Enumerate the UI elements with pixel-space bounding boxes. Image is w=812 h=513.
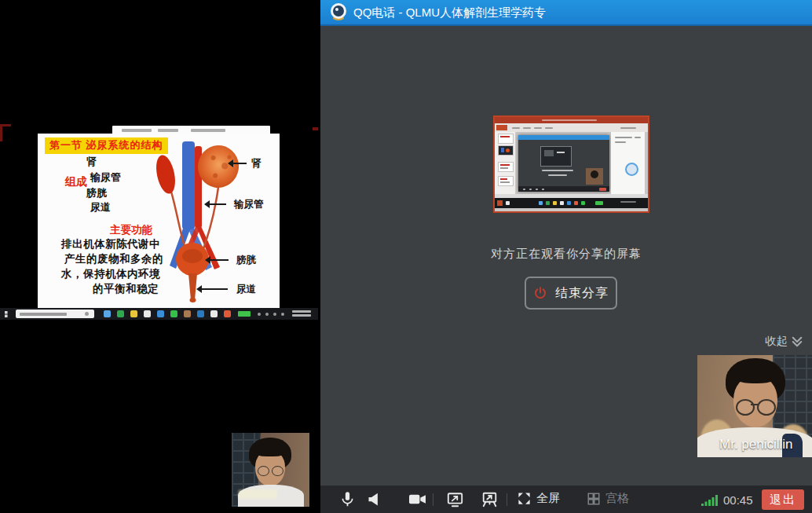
clock-blur	[292, 310, 311, 313]
compose-item: 输尿管	[90, 170, 121, 185]
shared-screen-panel: 第一节 泌尿系统的结构 组成 肾 输尿管 膀胱 尿道 主要功能 排出机体新陈代谢…	[0, 0, 318, 513]
diagram-label-ureter: 输尿管	[234, 198, 264, 211]
compose-item: 尿道	[90, 200, 111, 214]
call-timer: 00:45	[723, 493, 753, 507]
tray-icon	[265, 313, 269, 316]
power-icon	[533, 286, 547, 300]
glasses-lens	[757, 399, 776, 416]
collapse-label: 收起	[765, 334, 788, 349]
record-corner-mark	[0, 124, 11, 126]
share-bar-timer-blur	[158, 129, 178, 132]
speaker-icon[interactable]	[366, 491, 382, 508]
end-share-button[interactable]: 结束分享	[525, 277, 617, 310]
function-line: 的平衡和稳定	[93, 282, 159, 296]
collapse-control[interactable]: 收起	[765, 334, 804, 349]
taskbar-app-icon	[224, 310, 231, 317]
preview-ppt-titlebar	[495, 117, 648, 123]
taskbar-app-icon	[197, 310, 204, 317]
fullscreen-label: 全屏	[536, 491, 560, 506]
search-text-blur	[20, 313, 67, 316]
taskbar-search-box	[16, 310, 94, 318]
compose-item: 膀胱	[86, 186, 107, 200]
function-line: 排出机体新陈代谢中	[61, 237, 160, 251]
function-label: 主要功能	[110, 223, 152, 237]
toolbar-divider	[433, 493, 433, 506]
tray-icon	[258, 313, 261, 316]
preview-slide-panel	[495, 132, 516, 194]
slide-title: 第一节 泌尿系统的结构	[45, 137, 168, 154]
battery-indicator	[238, 311, 251, 317]
whiteboard-share-icon[interactable]	[481, 491, 499, 508]
screen-share-icon[interactable]	[446, 491, 464, 508]
remote-webcam: Mr. penicillin	[697, 355, 812, 457]
grid-icon	[587, 492, 601, 506]
callout-arrow-bladder	[207, 259, 229, 261]
diagram-label-urethra: 尿道	[236, 283, 256, 296]
taskbar-app-icon	[184, 310, 191, 317]
diagram-label-kidney: 肾	[251, 157, 262, 170]
taskbar-app-icon	[210, 310, 218, 317]
taskbar-app-icon	[104, 310, 111, 317]
screen: 第一节 泌尿系统的结构 组成 肾 输尿管 膀胱 尿道 主要功能 排出机体新陈代谢…	[0, 0, 812, 513]
taskbar-app-icon	[117, 310, 124, 317]
share-bar-button-blur	[191, 129, 225, 132]
taskbar-app-icon	[144, 310, 151, 317]
person-fringe	[254, 444, 287, 456]
glasses-lens	[736, 399, 755, 416]
exit-button[interactable]: 退出	[762, 489, 804, 510]
function-line: 产生的废物和多余的	[64, 252, 163, 266]
window-title: QQ电话 - QLMU人体解剖生理学药专	[353, 0, 546, 24]
start-button-icon	[5, 311, 11, 317]
share-preview-thumbnail	[493, 115, 649, 213]
shared-screen-taskbar	[0, 308, 318, 320]
tray-icon	[273, 313, 276, 316]
preview-qq-window	[518, 135, 609, 192]
fullscreen-button[interactable]: 全屏	[517, 491, 560, 506]
window-titlebar: QQ电话 - QLMU人体解剖生理学药专	[320, 0, 812, 26]
camera-icon[interactable]	[408, 491, 426, 508]
qq-call-window: QQ电话 - QLMU人体解剖生理学药专	[320, 0, 812, 513]
record-corner-mark	[0, 124, 2, 141]
signal-strength-icon	[701, 494, 719, 506]
preview-taskbar	[495, 198, 648, 208]
diagram-label-bladder: 膀胱	[236, 254, 256, 267]
qq-call-logo-icon	[330, 3, 347, 20]
callout-arrow-ureter	[206, 203, 226, 205]
taskbar-app-icon	[157, 310, 164, 317]
taskbar-app-icon	[170, 310, 177, 317]
glasses-lens	[272, 466, 283, 476]
chevron-double-down-icon	[790, 335, 804, 349]
fullscreen-icon	[517, 491, 532, 506]
presentation-slide: 第一节 泌尿系统的结构 组成 肾 输尿管 膀胱 尿道 主要功能 排出机体新陈代谢…	[38, 134, 280, 308]
clock-blur	[292, 314, 311, 317]
call-toolbar: 全屏 宫格 00:45 退出	[320, 486, 812, 513]
preview-cursor-ring	[625, 163, 638, 176]
preview-ppt-ribbon	[495, 123, 648, 132]
compose-item: 肾	[86, 155, 97, 169]
urinary-system-diagram	[155, 141, 251, 302]
self-webcam	[232, 433, 309, 507]
function-line: 水，保持机体内环境	[61, 267, 160, 281]
share-bar-text-blur	[122, 129, 152, 132]
tray-icon	[281, 313, 284, 316]
person-fringe	[730, 365, 781, 383]
microphone-icon[interactable]	[339, 491, 356, 508]
glasses-bridge	[751, 404, 758, 405]
taskbar-app-icon	[130, 310, 137, 317]
watermark-text	[238, 489, 277, 499]
end-share-label: 结束分享	[555, 285, 609, 302]
callout-arrow-urethra	[198, 288, 228, 290]
search-mic-blur	[85, 312, 89, 316]
sharing-status-text: 对方正在观看你分享的屏幕	[320, 247, 812, 262]
callout-arrow-kidney	[229, 163, 247, 164]
glasses-lens	[258, 466, 269, 476]
record-edge-mark	[313, 127, 318, 130]
toolbar-divider	[507, 493, 507, 506]
grid-label: 宫格	[605, 491, 629, 506]
compose-label: 组成	[65, 175, 87, 189]
grid-view-button[interactable]: 宫格	[587, 491, 629, 506]
remote-name-label: Mr. penicillin	[719, 437, 793, 453]
